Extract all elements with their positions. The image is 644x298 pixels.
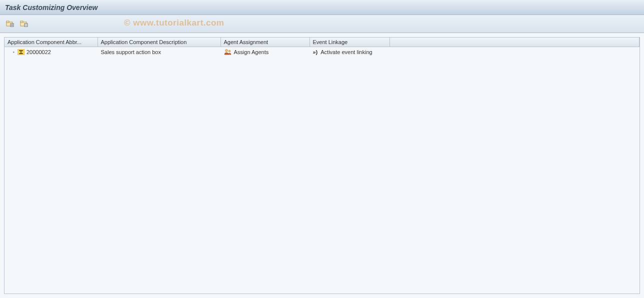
column-header-abbr[interactable]: Application Component Abbr...	[4, 38, 98, 47]
table-container: Application Component Abbr... Applicatio…	[4, 37, 640, 294]
collapse-folder-icon	[20, 20, 28, 28]
tree-cell-abbr: ▪ 20000022	[8, 49, 94, 55]
svg-rect-6	[20, 21, 23, 23]
tree-bullet-icon: ▪	[12, 50, 16, 55]
sigma-icon	[18, 49, 24, 55]
content-area: Application Component Abbr... Applicatio…	[0, 33, 644, 298]
expand-folder-icon	[6, 20, 14, 28]
collapse-all-button[interactable]	[19, 19, 29, 29]
page-title: Task Customizing Overview	[5, 4, 98, 12]
title-bar: Task Customizing Overview	[0, 0, 644, 15]
column-header-agent[interactable]: Agent Assignment	[220, 38, 310, 47]
column-header-desc[interactable]: Application Component Description	[98, 38, 220, 47]
column-header-event[interactable]: Event Linkage	[310, 38, 390, 47]
watermark-text: © www.tutorialkart.com	[124, 18, 224, 28]
row-empty-cell	[390, 47, 640, 58]
row-agent-value: Assign Agents	[234, 49, 269, 55]
column-header-empty	[390, 38, 640, 47]
row-event-value: Activate event linking	[320, 49, 372, 55]
row-desc-value: Sales support action box	[98, 47, 220, 58]
svg-point-10	[225, 50, 228, 52]
table-row[interactable]: ▪ 20000022 Sales support action box	[4, 47, 640, 58]
row-abbr-value: 20000022	[26, 49, 51, 55]
expand-all-button[interactable]	[5, 19, 15, 29]
agent-assignment-cell[interactable]: Assign Agents	[224, 49, 306, 56]
agent-icon	[224, 49, 232, 56]
link-icon: »)	[313, 49, 318, 55]
svg-rect-1	[6, 21, 9, 23]
svg-point-11	[228, 50, 230, 52]
event-linkage-cell[interactable]: ») Activate event linking	[313, 49, 386, 55]
task-table: Application Component Abbr... Applicatio…	[4, 38, 640, 57]
toolbar: © www.tutorialkart.com	[0, 15, 644, 33]
